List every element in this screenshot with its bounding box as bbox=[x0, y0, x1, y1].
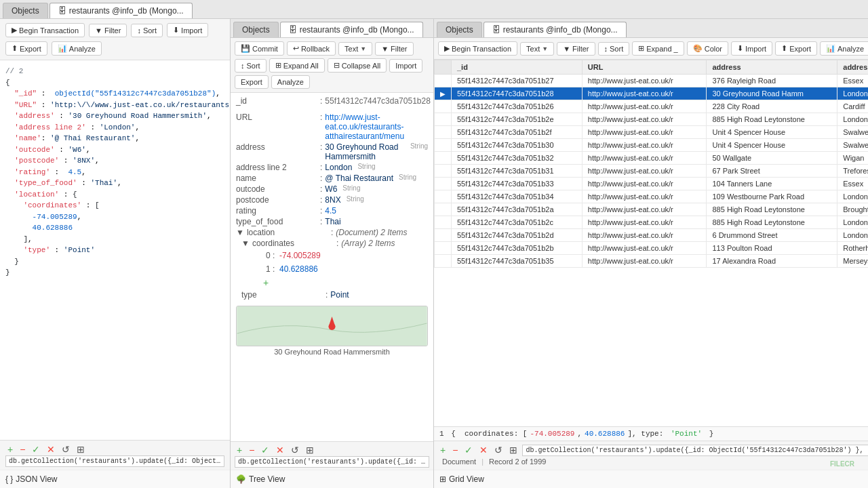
table-row[interactable]: 55f14312c7447c3da7051b2ahttp://www.just-… bbox=[435, 203, 869, 216]
mid-tab-restaurants-icon: 🗄 bbox=[289, 25, 297, 35]
cancel-button-left[interactable]: ✕ bbox=[45, 443, 57, 455]
row-arrow-cell bbox=[435, 216, 452, 229]
table-row[interactable]: 55f14312c7447c3da7051b33http://www.just-… bbox=[435, 178, 869, 190]
tree-field-rating: rating : 4.5 bbox=[231, 205, 433, 216]
table-container[interactable]: _id URL address address line 2 location … bbox=[434, 60, 868, 426]
filter-icon-mid: ▼ bbox=[381, 45, 389, 53]
remove-row-button-mid[interactable]: − bbox=[247, 444, 256, 456]
confirm-button-left[interactable]: ✓ bbox=[30, 443, 42, 455]
sort-button-left[interactable]: ↕ Sort bbox=[131, 24, 163, 37]
commit-button[interactable]: 💾 Commit bbox=[235, 41, 284, 56]
cancel-button-right[interactable]: ✕ bbox=[477, 444, 490, 456]
table-row[interactable]: 55f14312c7447c3da7051b30http://www.just-… bbox=[435, 139, 869, 152]
location-bar: 1 { coordinates: [ -74.005289 , 40.62888… bbox=[434, 426, 868, 441]
tree-field-type-of-food: type_of_food : Thai bbox=[231, 216, 433, 227]
confirm-button-right[interactable]: ✓ bbox=[462, 444, 475, 456]
table-row[interactable]: 55f14312c7447c3da7051b2ehttp://www.just-… bbox=[435, 113, 869, 126]
add-coord-button[interactable]: + bbox=[231, 276, 433, 289]
add-row-button-right[interactable]: + bbox=[438, 444, 448, 456]
confirm-button-mid[interactable]: ✓ bbox=[259, 444, 271, 456]
analyze-button-left[interactable]: 📊 Analyze bbox=[52, 41, 102, 56]
row-arrow-cell bbox=[435, 152, 452, 165]
begin-transaction-button[interactable]: ▶ Begin Transaction bbox=[5, 23, 85, 37]
table-row[interactable]: 55f14312c7447c3da7051b2dhttp://www.just-… bbox=[435, 229, 869, 242]
begin-transaction-icon-right: ▶ bbox=[444, 44, 450, 53]
grid-view-text: Grid View bbox=[449, 474, 484, 484]
table-row[interactable]: 55f14312c7447c3da7051b35http://www.just-… bbox=[435, 255, 869, 268]
row-arrow-cell bbox=[435, 165, 452, 178]
import-button-left[interactable]: ⬇ Import bbox=[167, 23, 208, 37]
table-cell-url: http://www.just-eat.co.uk/r bbox=[582, 100, 707, 113]
export-button-right[interactable]: ⬆ Export bbox=[775, 41, 817, 56]
mid-tab-restaurants[interactable]: 🗄 restaurants @info_db (Mongo... bbox=[280, 22, 423, 37]
begin-transaction-label: Begin Transaction bbox=[19, 26, 79, 35]
copy-button-mid[interactable]: ⊞ bbox=[304, 444, 316, 456]
sort-button-right[interactable]: ↕ Sort bbox=[598, 42, 630, 56]
add-row-button-left[interactable]: + bbox=[5, 443, 15, 455]
filter-button-mid[interactable]: ▼ Filter bbox=[375, 42, 413, 56]
analyze-button-right[interactable]: 📊 Analyze bbox=[820, 41, 868, 56]
top-tab-bar: Objects 🗄 restaurants @info_db (Mongo... bbox=[0, 0, 868, 19]
table-cell-url: http://www.just-eat.co.uk/r bbox=[582, 178, 707, 190]
col-header-url[interactable]: URL bbox=[582, 60, 707, 75]
filter-button-left[interactable]: ▼ Filter bbox=[89, 24, 127, 37]
tree-field-location: ▼ location : (Document) 2 Items bbox=[231, 227, 433, 238]
expand-button-right[interactable]: ⊞ Expand _ bbox=[632, 41, 684, 56]
import-button-mid[interactable]: Import bbox=[389, 59, 422, 73]
table-cell-address: 17 Alexandra Road bbox=[707, 255, 837, 268]
export-button-left[interactable]: ⬆ Export bbox=[5, 41, 47, 56]
begin-transaction-button-right[interactable]: ▶ Begin Transaction bbox=[438, 41, 517, 56]
color-button-right[interactable]: 🎨 Color bbox=[687, 41, 728, 56]
tab-objects[interactable]: Objects bbox=[3, 3, 48, 18]
remove-row-button-right[interactable]: − bbox=[450, 444, 460, 456]
import-button-right[interactable]: ⬇ Import bbox=[731, 41, 772, 56]
table-cell-address: 376 Rayleigh Road bbox=[707, 75, 837, 87]
table-row[interactable]: 55f14312c7447c3da7051b2bhttp://www.just-… bbox=[435, 242, 869, 255]
location-expand-icon[interactable]: ▼ bbox=[236, 228, 244, 237]
table-row[interactable]: 55f14312c7447c3da7051b2chttp://www.just-… bbox=[435, 216, 869, 229]
text-button-mid[interactable]: Text ▼ bbox=[338, 42, 372, 56]
copy-button-right[interactable]: ⊞ bbox=[507, 444, 519, 456]
table-row[interactable]: 55f14312c7447c3da7051b27http://www.just-… bbox=[435, 75, 869, 87]
col-header-id[interactable]: _id bbox=[452, 60, 583, 75]
table-row[interactable]: 55f14312c7447c3da7051b32http://www.just-… bbox=[435, 152, 869, 165]
filter-button-right[interactable]: ▼ Filter bbox=[557, 42, 595, 56]
col-header-address[interactable]: address bbox=[707, 60, 837, 75]
table-cell-url: http://www.just-eat.co.uk/r bbox=[582, 229, 707, 242]
tab-restaurants[interactable]: 🗄 restaurants @info_db (Mongo... bbox=[50, 3, 193, 18]
rollback-button[interactable]: ↩ Rollback bbox=[287, 41, 336, 56]
left-panel: ▶ Begin Transaction ▼ Filter ↕ Sort ⬇ Im… bbox=[0, 19, 231, 488]
coordinates-expand-icon[interactable]: ▼ bbox=[241, 239, 250, 248]
mid-tab-objects[interactable]: Objects bbox=[233, 22, 279, 37]
collapse-all-button[interactable]: ⊟ Collapse All bbox=[328, 58, 387, 73]
expand-all-button[interactable]: ⊞ Expand All bbox=[269, 58, 325, 73]
table-row[interactable]: 55f14312c7447c3da7051b34http://www.just-… bbox=[435, 190, 869, 203]
text-button-right[interactable]: Text ▼ bbox=[520, 42, 554, 56]
sort-button-mid[interactable]: ↕ Sort bbox=[235, 59, 267, 73]
add-row-button-mid[interactable]: + bbox=[235, 444, 244, 456]
refresh-button-mid[interactable]: ↺ bbox=[289, 444, 301, 456]
table-cell-address: Unit 4 Spencer House bbox=[707, 139, 837, 152]
analyze-button-mid[interactable]: Analyze bbox=[271, 75, 310, 89]
table-cell-url: http://www.just-eat.co.uk/r bbox=[582, 165, 707, 178]
cancel-button-mid[interactable]: ✕ bbox=[274, 444, 286, 456]
table-row[interactable]: 55f14312c7447c3da7051b2fhttp://www.just-… bbox=[435, 126, 869, 139]
grid-view-icon: ⊞ bbox=[439, 474, 446, 484]
json-editor[interactable]: // 2 { "_id" : objectId("55f14312c7447c3… bbox=[0, 60, 230, 440]
copy-button-left[interactable]: ⊞ bbox=[75, 443, 87, 455]
remove-row-button-left[interactable]: − bbox=[18, 443, 27, 455]
right-tab-objects[interactable]: Objects bbox=[437, 22, 482, 37]
export-label-right: Export bbox=[789, 45, 811, 53]
export-button-mid[interactable]: Export bbox=[235, 75, 269, 89]
col-header-address-line2[interactable]: address line 2 bbox=[837, 60, 868, 75]
table-cell-id: 55f14312c7447c3da7051b31 bbox=[452, 165, 583, 178]
status-record: Record 2 of 1999 bbox=[489, 458, 546, 466]
refresh-button-right[interactable]: ↺ bbox=[492, 444, 505, 456]
table-row[interactable]: 55f14312c7447c3da7051b26http://www.just-… bbox=[435, 100, 869, 113]
table-cell-line2: Swalwell bbox=[837, 126, 868, 139]
refresh-button-left[interactable]: ↺ bbox=[60, 443, 72, 455]
table-row[interactable]: 55f14312c7447c3da7051b31http://www.just-… bbox=[435, 165, 869, 178]
table-row[interactable]: ▶55f14312c7447c3da7051b28http://www.just… bbox=[435, 87, 869, 100]
filter-label-left: Filter bbox=[104, 26, 121, 35]
right-tab-restaurants[interactable]: 🗄 restaurants @info_db (Mongo... bbox=[484, 22, 627, 37]
